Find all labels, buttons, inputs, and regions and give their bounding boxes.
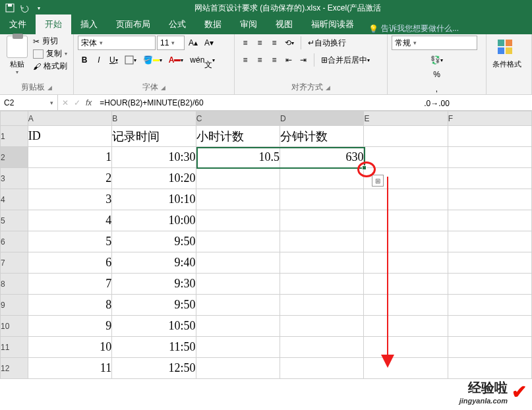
orientation-button[interactable]: ⟲▾ [282, 36, 297, 50]
cell-d4[interactable] [280, 189, 364, 210]
cell-a10[interactable]: 9 [28, 316, 111, 337]
bold-button[interactable]: B [78, 53, 91, 67]
autofill-options-button[interactable]: ⊞ [372, 175, 384, 187]
percent-button[interactable]: % [392, 67, 482, 82]
fill-color-button[interactable]: 🪣▾ [140, 53, 165, 67]
decrease-font-button[interactable]: A▾ [202, 36, 216, 50]
cell-f1[interactable] [448, 126, 531, 147]
cell-f8[interactable] [448, 274, 531, 295]
cell-f6[interactable] [448, 231, 531, 252]
cell-c5[interactable] [196, 210, 280, 231]
cell-c1[interactable]: 小时计数 [196, 126, 280, 147]
cell-d5[interactable] [280, 210, 364, 231]
select-all-corner[interactable] [1, 111, 28, 126]
tab-view[interactable]: 视图 [266, 15, 302, 34]
cell-a6[interactable]: 5 [28, 231, 111, 252]
align-bottom-button[interactable]: ≡ [268, 36, 281, 50]
save-icon[interactable] [3, 1, 17, 15]
tab-foxit[interactable]: 福昕阅读器 [302, 15, 363, 34]
accounting-format-button[interactable]: 💱▾ [392, 53, 482, 67]
tab-data[interactable]: 数据 [195, 15, 231, 34]
conditional-format-button[interactable]: 条件格式 [490, 38, 523, 69]
tab-home[interactable]: 开始 [36, 15, 71, 34]
cell-b7[interactable]: 9:40 [112, 252, 196, 274]
phonetic-button[interactable]: wén文▾ [187, 53, 218, 67]
cell-e6[interactable] [364, 231, 448, 252]
align-dialog-launcher[interactable]: ◢ [326, 84, 330, 91]
cell-e5[interactable] [364, 210, 448, 231]
cell-c8[interactable] [196, 274, 280, 295]
cancel-formula-icon[interactable]: ✕ [62, 98, 69, 107]
cell-b2[interactable]: 10:30 [112, 147, 196, 168]
align-top-button[interactable]: ≡ [239, 36, 252, 50]
accept-formula-icon[interactable]: ✓ [74, 98, 80, 107]
align-center-button[interactable]: ≡ [253, 53, 266, 67]
cut-button[interactable]: ✂剪切 [33, 36, 67, 47]
cell-e9[interactable] [364, 295, 448, 316]
undo-icon[interactable] [17, 1, 32, 15]
cell-d7[interactable] [280, 252, 364, 274]
chevron-down-icon[interactable]: ▾ [50, 100, 53, 106]
cell-d11[interactable] [280, 337, 364, 358]
cell-e10[interactable] [364, 316, 448, 337]
cell-c2[interactable]: 10.5 [196, 147, 280, 168]
cell-b9[interactable]: 9:50 [112, 295, 196, 316]
cell-a1[interactable]: ID [28, 126, 111, 147]
tab-page-layout[interactable]: 页面布局 [107, 15, 160, 34]
cell-d6[interactable] [280, 231, 364, 252]
cell-b4[interactable]: 10:10 [112, 189, 196, 210]
row-header-8[interactable]: 8 [1, 274, 28, 295]
cell-a11[interactable]: 10 [28, 337, 111, 358]
tab-insert[interactable]: 插入 [71, 15, 107, 34]
cell-c4[interactable] [196, 189, 280, 210]
cell-b12[interactable]: 12:50 [112, 358, 196, 379]
cell-e2[interactable] [364, 147, 448, 168]
row-header-7[interactable]: 7 [1, 252, 28, 274]
clipboard-dialog-launcher[interactable]: ◢ [47, 84, 52, 91]
merge-center-button[interactable]: ⊞合并后居中▾ [318, 53, 372, 67]
font-size-combo[interactable]: 11▾ [157, 36, 185, 50]
number-format-combo[interactable]: 常规▾ [392, 36, 477, 50]
cell-d9[interactable] [280, 295, 364, 316]
cell-d3[interactable] [280, 168, 364, 189]
cell-b10[interactable]: 10:50 [112, 316, 196, 337]
grid[interactable]: A B C D E F 1 ID 记录时间 小时计数 分钟计数 2 1 10:3… [0, 111, 532, 379]
underline-button[interactable]: U▾ [107, 53, 121, 67]
cell-c10[interactable] [196, 316, 280, 337]
row-header-11[interactable]: 11 [1, 337, 28, 358]
cell-c7[interactable] [196, 252, 280, 274]
cell-b11[interactable]: 11:50 [112, 337, 196, 358]
font-name-combo[interactable]: 宋体▾ [78, 36, 156, 50]
cell-f4[interactable] [448, 189, 531, 210]
row-header-9[interactable]: 9 [1, 295, 28, 316]
row-header-3[interactable]: 3 [1, 168, 28, 189]
row-header-5[interactable]: 5 [1, 210, 28, 231]
tab-formulas[interactable]: 公式 [160, 15, 195, 34]
row-header-12[interactable]: 12 [1, 358, 28, 379]
row-header-10[interactable]: 10 [1, 316, 28, 337]
cell-c9[interactable] [196, 295, 280, 316]
cell-c12[interactable] [196, 358, 280, 379]
cell-f3[interactable] [448, 168, 531, 189]
cell-f2[interactable] [448, 147, 531, 168]
paste-button[interactable]: 粘贴 ▾ [4, 36, 30, 75]
cell-e11[interactable] [364, 337, 448, 358]
cell-a9[interactable]: 8 [28, 295, 111, 316]
cell-b5[interactable]: 10:00 [112, 210, 196, 231]
tab-review[interactable]: 审阅 [231, 15, 266, 34]
col-header-d[interactable]: D [280, 111, 364, 126]
tell-me[interactable]: 💡告诉我您想要做什么... [363, 23, 464, 34]
cell-f12[interactable] [448, 358, 531, 379]
border-button[interactable]: ▾ [122, 53, 139, 67]
decrease-indent-button[interactable]: ⇤ [282, 53, 295, 67]
cell-b3[interactable]: 10:20 [112, 168, 196, 189]
increase-font-button[interactable]: A▴ [186, 36, 200, 50]
cell-b8[interactable]: 9:30 [112, 274, 196, 295]
cell-e12[interactable] [364, 358, 448, 379]
cell-d2[interactable]: 630 [280, 147, 364, 168]
font-color-button[interactable]: A▾ [166, 53, 187, 67]
cell-d8[interactable] [280, 274, 364, 295]
col-header-e[interactable]: E [364, 111, 448, 126]
cell-f11[interactable] [448, 337, 531, 358]
comma-button[interactable]: , [392, 82, 482, 96]
